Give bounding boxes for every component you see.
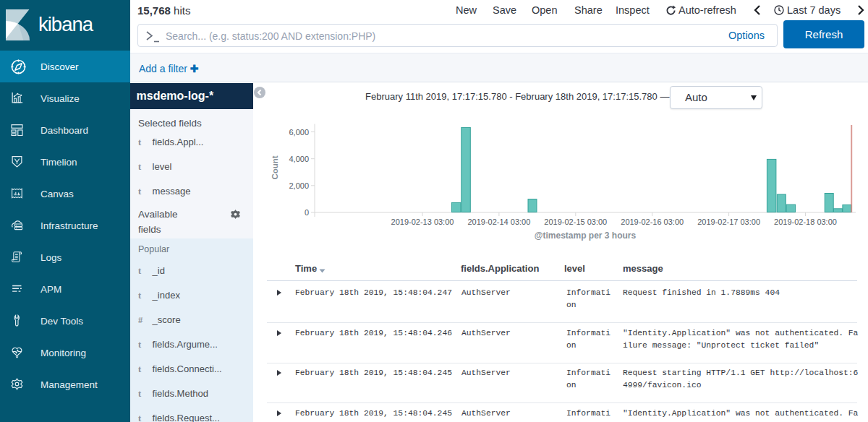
svg-text:2019-02-13 03:00: 2019-02-13 03:00 (391, 218, 454, 226)
svg-text:Count: Count (271, 155, 279, 179)
svg-text:4,000: 4,000 (289, 155, 309, 163)
svg-text:2019-02-16 03:00: 2019-02-16 03:00 (621, 218, 684, 226)
svg-text:2,000: 2,000 (289, 181, 309, 190)
svg-text:2019-02-18 03:00: 2019-02-18 03:00 (774, 218, 837, 226)
svg-text:2019-02-17 03:00: 2019-02-17 03:00 (697, 218, 760, 226)
svg-text:@timestamp per 3 hours: @timestamp per 3 hours (535, 231, 637, 241)
svg-text:6,000: 6,000 (289, 128, 309, 137)
svg-text:2019-02-15 03:00: 2019-02-15 03:00 (544, 218, 607, 226)
svg-text:2019-02-14 03:00: 2019-02-14 03:00 (467, 218, 530, 226)
svg-text:0: 0 (305, 208, 309, 217)
